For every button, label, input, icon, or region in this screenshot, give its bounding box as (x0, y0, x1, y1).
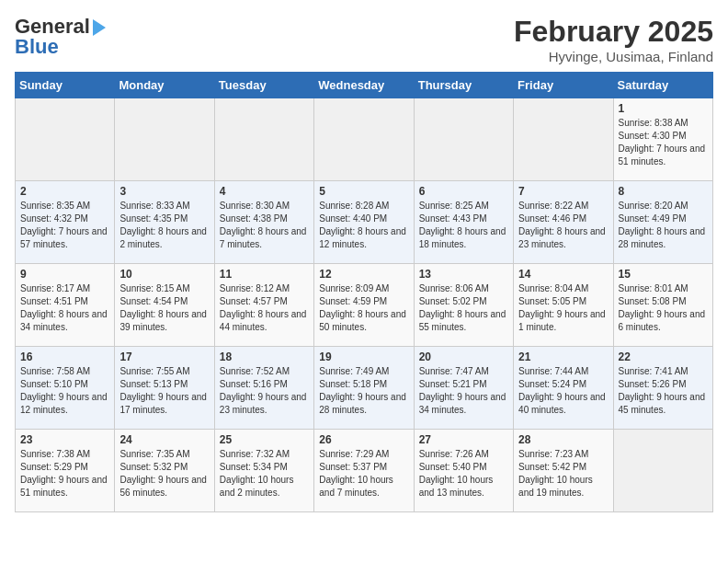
day-number: 12 (319, 268, 408, 281)
calendar-cell: 19Sunrise: 7:49 AM Sunset: 5:18 PM Dayli… (314, 347, 414, 430)
day-number: 15 (619, 268, 708, 281)
day-number: 10 (119, 268, 209, 281)
day-info: Sunrise: 8:17 AM Sunset: 4:51 PM Dayligh… (20, 282, 109, 334)
day-info: Sunrise: 8:30 AM Sunset: 4:38 PM Dayligh… (220, 200, 309, 251)
calendar-cell (514, 98, 613, 181)
weekday-header-wednesday: Wednesday (314, 73, 414, 98)
calendar-week-1: 1Sunrise: 8:38 AM Sunset: 4:30 PM Daylig… (16, 98, 713, 181)
day-info: Sunrise: 7:41 AM Sunset: 5:26 PM Dayligh… (619, 365, 708, 417)
day-info: Sunrise: 8:38 AM Sunset: 4:30 PM Dayligh… (619, 117, 708, 168)
calendar-cell: 13Sunrise: 8:06 AM Sunset: 5:02 PM Dayli… (414, 264, 513, 347)
calendar-cell: 14Sunrise: 8:04 AM Sunset: 5:05 PM Dayli… (514, 264, 613, 347)
day-number: 11 (220, 268, 309, 281)
day-number: 9 (20, 268, 109, 281)
day-number: 8 (619, 185, 708, 198)
calendar-title-section: February 2025 Hyvinge, Uusimaa, Finland (514, 15, 713, 64)
calendar-week-3: 9Sunrise: 8:17 AM Sunset: 4:51 PM Daylig… (16, 264, 713, 347)
calendar-cell (16, 98, 115, 181)
calendar-cell: 1Sunrise: 8:38 AM Sunset: 4:30 PM Daylig… (613, 98, 712, 181)
day-info: Sunrise: 7:55 AM Sunset: 5:13 PM Dayligh… (119, 365, 209, 417)
day-number: 19 (319, 350, 408, 363)
day-number: 7 (518, 185, 608, 198)
calendar-title: February 2025 (514, 15, 713, 49)
calendar-cell: 17Sunrise: 7:55 AM Sunset: 5:13 PM Dayli… (115, 347, 214, 430)
weekday-header-sunday: Sunday (16, 73, 115, 98)
day-info: Sunrise: 8:06 AM Sunset: 5:02 PM Dayligh… (419, 282, 508, 334)
weekday-header-monday: Monday (115, 73, 214, 98)
day-number: 1 (619, 102, 708, 115)
calendar-cell (214, 98, 313, 181)
day-number: 23 (20, 433, 109, 446)
day-number: 25 (220, 433, 309, 446)
day-info: Sunrise: 7:26 AM Sunset: 5:40 PM Dayligh… (419, 448, 508, 500)
logo-arrow-icon (93, 19, 106, 36)
calendar-cell: 24Sunrise: 7:35 AM Sunset: 5:32 PM Dayli… (115, 430, 214, 512)
day-info: Sunrise: 8:35 AM Sunset: 4:32 PM Dayligh… (20, 200, 109, 251)
logo-blue: Blue (15, 35, 59, 59)
calendar-cell (613, 430, 712, 512)
calendar-cell: 8Sunrise: 8:20 AM Sunset: 4:49 PM Daylig… (613, 181, 712, 264)
calendar-cell: 27Sunrise: 7:26 AM Sunset: 5:40 PM Dayli… (414, 430, 513, 512)
logo: General Blue (15, 15, 106, 59)
day-number: 14 (518, 268, 608, 281)
calendar-table: SundayMondayTuesdayWednesdayThursdayFrid… (15, 72, 713, 512)
calendar-week-5: 23Sunrise: 7:38 AM Sunset: 5:29 PM Dayli… (16, 430, 713, 512)
weekday-header-tuesday: Tuesday (214, 73, 313, 98)
day-info: Sunrise: 7:49 AM Sunset: 5:18 PM Dayligh… (319, 365, 408, 417)
day-info: Sunrise: 7:58 AM Sunset: 5:10 PM Dayligh… (20, 365, 109, 417)
calendar-cell: 4Sunrise: 8:30 AM Sunset: 4:38 PM Daylig… (214, 181, 313, 264)
calendar-cell: 22Sunrise: 7:41 AM Sunset: 5:26 PM Dayli… (613, 347, 712, 430)
day-number: 28 (518, 433, 608, 446)
day-number: 26 (319, 433, 408, 446)
day-number: 3 (119, 185, 209, 198)
weekday-header-saturday: Saturday (613, 73, 712, 98)
day-info: Sunrise: 8:04 AM Sunset: 5:05 PM Dayligh… (518, 282, 608, 334)
day-number: 18 (220, 350, 309, 363)
calendar-cell: 21Sunrise: 7:44 AM Sunset: 5:24 PM Dayli… (514, 347, 613, 430)
day-number: 27 (419, 433, 508, 446)
day-info: Sunrise: 8:33 AM Sunset: 4:35 PM Dayligh… (119, 200, 209, 251)
calendar-cell: 12Sunrise: 8:09 AM Sunset: 4:59 PM Dayli… (314, 264, 414, 347)
calendar-cell: 18Sunrise: 7:52 AM Sunset: 5:16 PM Dayli… (214, 347, 313, 430)
calendar-cell: 25Sunrise: 7:32 AM Sunset: 5:34 PM Dayli… (214, 430, 313, 512)
day-info: Sunrise: 7:47 AM Sunset: 5:21 PM Dayligh… (419, 365, 508, 417)
calendar-cell: 7Sunrise: 8:22 AM Sunset: 4:46 PM Daylig… (514, 181, 613, 264)
weekday-header-thursday: Thursday (414, 73, 513, 98)
day-info: Sunrise: 8:25 AM Sunset: 4:43 PM Dayligh… (419, 200, 508, 251)
calendar-week-2: 2Sunrise: 8:35 AM Sunset: 4:32 PM Daylig… (16, 181, 713, 264)
calendar-cell: 9Sunrise: 8:17 AM Sunset: 4:51 PM Daylig… (16, 264, 115, 347)
day-info: Sunrise: 7:32 AM Sunset: 5:34 PM Dayligh… (220, 448, 309, 500)
calendar-cell (414, 98, 513, 181)
day-info: Sunrise: 7:44 AM Sunset: 5:24 PM Dayligh… (518, 365, 608, 417)
calendar-cell: 2Sunrise: 8:35 AM Sunset: 4:32 PM Daylig… (16, 181, 115, 264)
calendar-week-4: 16Sunrise: 7:58 AM Sunset: 5:10 PM Dayli… (16, 347, 713, 430)
day-number: 5 (319, 185, 408, 198)
day-info: Sunrise: 8:09 AM Sunset: 4:59 PM Dayligh… (319, 282, 408, 334)
calendar-cell: 20Sunrise: 7:47 AM Sunset: 5:21 PM Dayli… (414, 347, 513, 430)
weekday-header-row: SundayMondayTuesdayWednesdayThursdayFrid… (16, 73, 713, 98)
day-info: Sunrise: 8:01 AM Sunset: 5:08 PM Dayligh… (619, 282, 708, 334)
calendar-cell: 10Sunrise: 8:15 AM Sunset: 4:54 PM Dayli… (115, 264, 214, 347)
day-info: Sunrise: 8:22 AM Sunset: 4:46 PM Dayligh… (518, 200, 608, 251)
day-info: Sunrise: 8:20 AM Sunset: 4:49 PM Dayligh… (619, 200, 708, 251)
day-info: Sunrise: 7:29 AM Sunset: 5:37 PM Dayligh… (319, 448, 408, 500)
day-info: Sunrise: 8:12 AM Sunset: 4:57 PM Dayligh… (220, 282, 309, 334)
calendar-cell: 6Sunrise: 8:25 AM Sunset: 4:43 PM Daylig… (414, 181, 513, 264)
calendar-cell: 23Sunrise: 7:38 AM Sunset: 5:29 PM Dayli… (16, 430, 115, 512)
day-number: 6 (419, 185, 508, 198)
calendar-cell: 11Sunrise: 8:12 AM Sunset: 4:57 PM Dayli… (214, 264, 313, 347)
day-number: 20 (419, 350, 508, 363)
calendar-subtitle: Hyvinge, Uusimaa, Finland (514, 49, 713, 64)
day-number: 24 (119, 433, 209, 446)
weekday-header-friday: Friday (514, 73, 613, 98)
day-number: 22 (619, 350, 708, 363)
day-info: Sunrise: 8:15 AM Sunset: 4:54 PM Dayligh… (119, 282, 209, 334)
page-header: General Blue February 2025 Hyvinge, Uusi… (15, 15, 713, 64)
day-number: 13 (419, 268, 508, 281)
calendar-cell: 3Sunrise: 8:33 AM Sunset: 4:35 PM Daylig… (115, 181, 214, 264)
day-number: 4 (220, 185, 309, 198)
calendar-cell: 5Sunrise: 8:28 AM Sunset: 4:40 PM Daylig… (314, 181, 414, 264)
day-info: Sunrise: 7:52 AM Sunset: 5:16 PM Dayligh… (220, 365, 309, 417)
calendar-cell: 16Sunrise: 7:58 AM Sunset: 5:10 PM Dayli… (16, 347, 115, 430)
day-number: 16 (20, 350, 109, 363)
